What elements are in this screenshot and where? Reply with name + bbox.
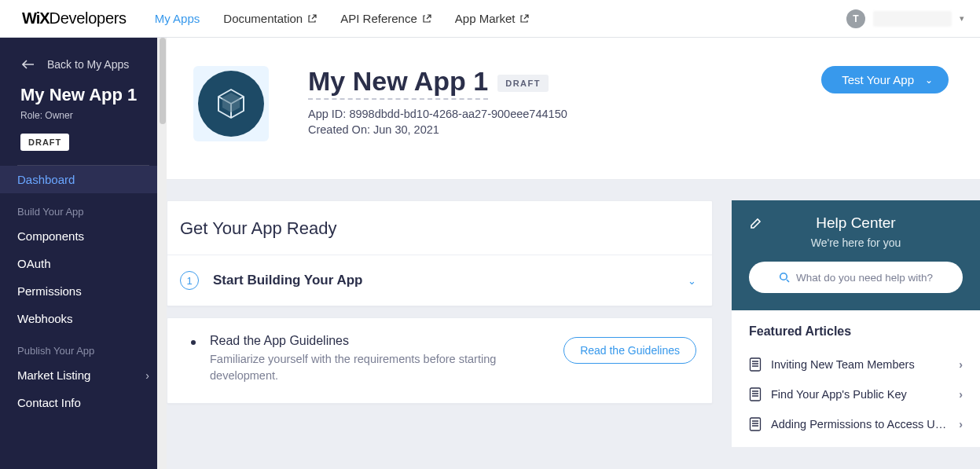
sidebar-app-name: My New App 1 bbox=[0, 83, 167, 107]
article-inviting-team-members[interactable]: Inviting New Team Members › bbox=[749, 350, 963, 379]
cube-icon bbox=[214, 86, 248, 121]
chevron-right-icon: › bbox=[959, 418, 963, 431]
search-placeholder: What do you need help with? bbox=[796, 272, 933, 284]
test-your-app-button[interactable]: Test Your App ⌄ bbox=[821, 66, 949, 93]
chevron-right-icon: › bbox=[959, 388, 963, 401]
sidebar-item-oauth[interactable]: OAuth bbox=[0, 250, 167, 277]
svg-rect-2 bbox=[751, 388, 761, 401]
button-label: Test Your App bbox=[842, 73, 914, 86]
app-draft-badge: DRAFT bbox=[497, 75, 549, 92]
sidebar-item-dashboard[interactable]: Dashboard bbox=[0, 166, 167, 193]
nav-my-apps[interactable]: My Apps bbox=[155, 12, 200, 25]
top-nav: WiXDevelopers My Apps Documentation API … bbox=[0, 0, 980, 38]
top-nav-right: T ▾ bbox=[846, 9, 964, 28]
help-title: Help Center bbox=[749, 214, 963, 232]
chevron-down-icon[interactable]: ▾ bbox=[960, 13, 964, 24]
help-center: Help Center We're here for you What do y… bbox=[732, 200, 980, 447]
back-label: Back to My Apps bbox=[47, 58, 129, 71]
step-title: Start Building Your App bbox=[213, 273, 362, 288]
sidebar-item-components[interactable]: Components bbox=[0, 222, 167, 250]
step-start-building[interactable]: 1 Start Building Your App ⌄ bbox=[167, 255, 712, 306]
app-icon-circle bbox=[198, 71, 264, 137]
nav-label: API Reference bbox=[340, 12, 417, 25]
guidelines-description: Familiarize yourself with the requiremen… bbox=[210, 351, 524, 384]
svg-rect-3 bbox=[751, 418, 761, 431]
sidebar-item-market-listing[interactable]: Market Listing › bbox=[0, 361, 167, 389]
sidebar-section-build: Build Your App bbox=[0, 193, 167, 222]
article-label: Inviting New Team Members bbox=[771, 358, 949, 371]
search-icon bbox=[779, 272, 790, 283]
arrow-left-icon bbox=[22, 60, 35, 69]
sidebar-item-label: Permissions bbox=[17, 284, 82, 298]
document-icon bbox=[749, 387, 762, 401]
top-nav-links: My Apps Documentation API Reference App … bbox=[155, 12, 530, 25]
document-icon bbox=[749, 357, 762, 372]
chevron-right-icon: › bbox=[959, 358, 963, 371]
nav-label: My Apps bbox=[155, 12, 200, 25]
help-header: Help Center We're here for you What do y… bbox=[732, 200, 980, 310]
app-header-card: My New App 1 DRAFT App ID: 8998dbdd-bd10… bbox=[167, 38, 980, 180]
document-icon bbox=[749, 417, 762, 431]
brand-bold: WiX bbox=[22, 9, 50, 27]
nav-label: Documentation bbox=[223, 12, 303, 25]
sidebar-item-label: Dashboard bbox=[17, 173, 75, 186]
chevron-right-icon: › bbox=[145, 369, 149, 382]
sidebar-item-label: Webhooks bbox=[17, 312, 73, 325]
back-to-my-apps[interactable]: Back to My Apps bbox=[0, 38, 167, 83]
brand-logo[interactable]: WiXDevelopers bbox=[22, 9, 127, 27]
sidebar-item-label: Contact Info bbox=[17, 396, 81, 409]
chevron-down-icon: ⌄ bbox=[925, 75, 933, 86]
article-label: Find Your App's Public Key bbox=[771, 388, 949, 401]
help-body: Featured Articles Inviting New Team Memb… bbox=[732, 310, 980, 447]
guidelines-text: Read the App Guidelines Familiarize your… bbox=[210, 334, 549, 384]
nav-api-reference[interactable]: API Reference bbox=[340, 12, 431, 25]
article-adding-permissions[interactable]: Adding Permissions to Access User ... › bbox=[749, 409, 963, 439]
guidelines-title: Read the App Guidelines bbox=[210, 334, 549, 348]
main-area: My New App 1 DRAFT App ID: 8998dbdd-bd10… bbox=[167, 38, 980, 469]
external-link-icon bbox=[422, 14, 431, 24]
sidebar-section-publish: Publish Your App bbox=[0, 332, 167, 361]
app-icon bbox=[193, 66, 269, 141]
sidebar-scrollbar-track[interactable] bbox=[157, 38, 167, 469]
sidebar-item-webhooks[interactable]: Webhooks bbox=[0, 305, 167, 332]
article-label: Adding Permissions to Access User ... bbox=[771, 418, 949, 431]
edit-icon[interactable] bbox=[749, 216, 763, 230]
get-ready-heading: Get Your App Ready bbox=[167, 201, 712, 255]
svg-rect-1 bbox=[751, 358, 761, 371]
sidebar-item-label: OAuth bbox=[17, 257, 51, 270]
app-title[interactable]: My New App 1 bbox=[308, 66, 488, 100]
app-id-line: App ID: 8998dbdd-bd10-4268-aa27-900eee74… bbox=[308, 108, 782, 120]
external-link-icon bbox=[519, 14, 529, 24]
sidebar-item-contact-info[interactable]: Contact Info bbox=[0, 389, 167, 416]
read-guidelines-button[interactable]: Read the Guidelines bbox=[563, 337, 696, 364]
svg-point-0 bbox=[780, 273, 787, 280]
sidebar-draft-badge: DRAFT bbox=[20, 134, 69, 151]
step-number: 1 bbox=[180, 271, 199, 290]
left-column: Get Your App Ready 1 Start Building Your… bbox=[167, 200, 713, 447]
sidebar-item-label: Components bbox=[17, 229, 84, 243]
app-meta: My New App 1 DRAFT App ID: 8998dbdd-bd10… bbox=[308, 66, 782, 136]
avatar[interactable]: T bbox=[846, 9, 865, 28]
chevron-down-icon: ⌄ bbox=[688, 275, 696, 287]
sidebar-item-label: Market Listing bbox=[17, 368, 90, 382]
user-name-redacted bbox=[873, 11, 952, 27]
guidelines-card: Read the App Guidelines Familiarize your… bbox=[167, 317, 713, 404]
bullet-icon bbox=[191, 340, 196, 345]
sidebar-scrollbar-thumb[interactable] bbox=[160, 38, 166, 124]
featured-articles-heading: Featured Articles bbox=[749, 324, 963, 339]
sidebar: Back to My Apps My New App 1 Role: Owner… bbox=[0, 38, 167, 469]
nav-documentation[interactable]: Documentation bbox=[223, 12, 317, 25]
sidebar-role: Role: Owner bbox=[0, 107, 167, 123]
nav-app-market[interactable]: App Market bbox=[455, 12, 530, 25]
app-created-line: Created On: Jun 30, 2021 bbox=[308, 123, 782, 136]
content-row: Get Your App Ready 1 Start Building Your… bbox=[167, 180, 980, 447]
help-search-input[interactable]: What do you need help with? bbox=[749, 262, 963, 293]
external-link-icon bbox=[307, 14, 317, 24]
help-subtitle: We're here for you bbox=[749, 236, 963, 249]
sidebar-item-permissions[interactable]: Permissions bbox=[0, 277, 167, 305]
get-ready-card: Get Your App Ready 1 Start Building Your… bbox=[167, 200, 713, 306]
nav-label: App Market bbox=[455, 12, 516, 25]
article-public-key[interactable]: Find Your App's Public Key › bbox=[749, 379, 963, 409]
brand-rest: Developers bbox=[50, 9, 127, 27]
